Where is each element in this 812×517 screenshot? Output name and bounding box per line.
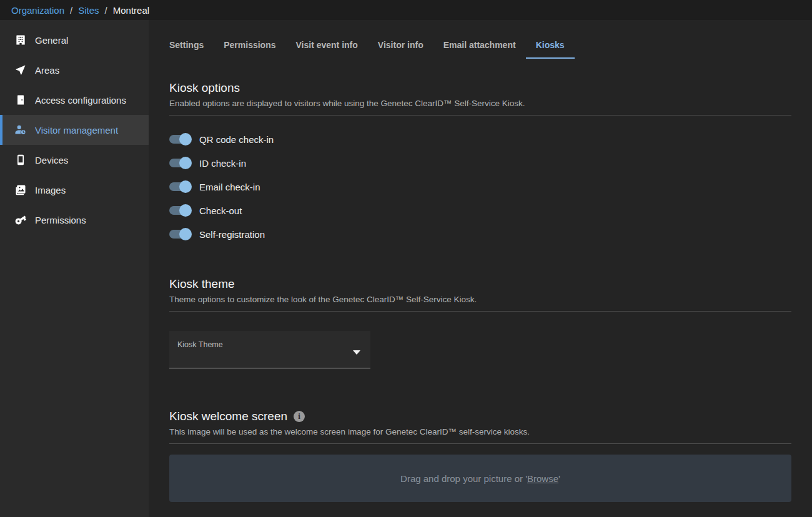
sidebar-item-label: Visitor management (35, 125, 118, 135)
toggle-id-check-in[interactable]: ID check-in (169, 155, 791, 170)
toggle-switch-on[interactable] (169, 227, 192, 242)
tab-email-attachment[interactable]: Email attachment (433, 37, 526, 59)
tab-bar: Settings Permissions Visit event info Vi… (159, 37, 791, 59)
sidebar-item-label: Images (35, 185, 66, 195)
breadcrumb-current-montreal: Montreal (113, 5, 149, 16)
sidebar-item-general[interactable]: General (0, 25, 149, 55)
main-content: Settings Permissions Visit event info Vi… (149, 20, 812, 517)
navigation-icon (14, 63, 27, 77)
kiosk-options-subtitle: Enabled options are displayed to visitor… (169, 99, 791, 116)
toggle-label: Check-out (199, 205, 242, 216)
kiosk-theme-select[interactable]: Kiosk Theme (169, 331, 370, 368)
toggle-email-check-in[interactable]: Email check-in (169, 179, 791, 194)
kiosk-options-title: Kiosk options (169, 81, 791, 95)
welcome-image-dropzone[interactable]: Drag and drop your picture or 'Browse' (169, 455, 791, 502)
kiosk-theme-subtitle: Theme options to customize the look of t… (169, 295, 791, 312)
sidebar-item-visitor-management[interactable]: Visitor management (0, 115, 149, 145)
sidebar-item-permissions[interactable]: Permissions (0, 205, 149, 235)
kiosk-welcome-subtitle: This image will be used as the welcome s… (169, 427, 791, 444)
photo-icon (14, 183, 27, 197)
info-icon[interactable]: i (294, 411, 305, 422)
tab-visitor-info[interactable]: Visitor info (368, 37, 433, 59)
toggle-check-out[interactable]: Check-out (169, 203, 791, 218)
toggle-switch-on[interactable] (169, 179, 192, 194)
sidebar-item-label: Permissions (35, 215, 86, 225)
sidebar-item-label: Areas (35, 65, 59, 76)
breadcrumb-separator: / (105, 5, 107, 16)
topbar: Organization / Sites / Montreal (0, 0, 812, 20)
tab-visit-event-info[interactable]: Visit event info (286, 37, 368, 59)
sidebar: General Areas Access configurations Visi… (0, 20, 149, 517)
kiosk-options-toggle-list: QR code check-in ID check-in Email check… (169, 132, 791, 242)
kiosk-theme-select-label: Kiosk Theme (177, 340, 223, 349)
sidebar-item-images[interactable]: Images (0, 175, 149, 205)
toggle-label: QR code check-in (199, 134, 274, 145)
breadcrumb-sites[interactable]: Sites (78, 5, 99, 16)
sidebar-item-label: Access configurations (35, 95, 126, 106)
breadcrumb-separator: / (70, 5, 72, 16)
toggle-switch-on[interactable] (169, 155, 192, 170)
toggle-qr-code-check-in[interactable]: QR code check-in (169, 132, 791, 147)
tab-settings[interactable]: Settings (159, 37, 214, 59)
tab-kiosks[interactable]: Kiosks (526, 37, 575, 59)
key-icon (14, 213, 27, 227)
sidebar-item-access-configurations[interactable]: Access configurations (0, 85, 149, 115)
visitor-clock-icon (14, 123, 27, 137)
sidebar-item-label: Devices (35, 155, 68, 165)
kiosk-welcome-title-row: Kiosk welcome screen i (169, 410, 791, 423)
smartphone-icon (14, 153, 27, 167)
toggle-label: Email check-in (199, 182, 260, 192)
browse-link[interactable]: Browse (527, 473, 558, 484)
building-icon (14, 33, 27, 47)
toggle-switch-on[interactable] (169, 203, 192, 218)
breadcrumb-organization[interactable]: Organization (11, 5, 64, 16)
chevron-down-icon (353, 350, 360, 355)
toggle-label: Self-registration (199, 229, 265, 240)
toggle-label: ID check-in (199, 158, 246, 169)
toggle-switch-on[interactable] (169, 132, 192, 147)
dropzone-text: ' (558, 473, 560, 484)
kiosk-welcome-title: Kiosk welcome screen (169, 410, 287, 423)
kiosk-theme-title: Kiosk theme (169, 277, 791, 291)
sidebar-item-devices[interactable]: Devices (0, 145, 149, 175)
sidebar-item-label: General (35, 35, 68, 46)
toggle-self-registration[interactable]: Self-registration (169, 227, 791, 242)
sidebar-item-areas[interactable]: Areas (0, 55, 149, 85)
dropzone-text: Drag and drop your picture or ' (400, 473, 527, 484)
door-icon (14, 93, 27, 107)
tab-permissions[interactable]: Permissions (214, 37, 285, 59)
